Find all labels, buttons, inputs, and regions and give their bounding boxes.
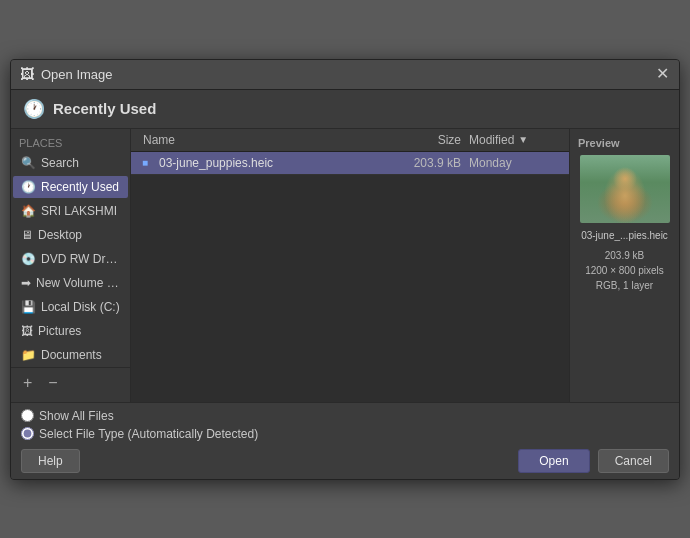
sidebar-item-desktop-label: Desktop <box>38 228 82 242</box>
column-modified-label: Modified <box>469 133 514 147</box>
file-icon: ■ <box>135 157 155 168</box>
action-buttons: Open Cancel <box>518 449 669 473</box>
bottom-area: Show All Files Select File Type (Automat… <box>11 402 679 479</box>
disk-icon: 💾 <box>21 300 36 314</box>
dialog-icon: 🖼 <box>19 66 35 82</box>
sidebar-item-sri-lakshmi[interactable]: 🏠 SRI LAKSHMI <box>13 200 128 222</box>
select-file-type-label[interactable]: Select File Type (Automatically Detected… <box>21 427 258 441</box>
file-list: ■ 03-june_puppies.heic 203.9 kB Monday <box>131 152 569 402</box>
sidebar-item-recently-used[interactable]: 🕐 Recently Used <box>13 176 128 198</box>
sidebar-section-label: Places <box>11 133 130 151</box>
bottom-buttons: Help Open Cancel <box>21 449 669 473</box>
preview-panel: Preview 03-june_...pies.heic 203.9 kB 12… <box>569 129 679 402</box>
pictures-icon: 🖼 <box>21 324 33 338</box>
home-icon: 🏠 <box>21 204 36 218</box>
new-volume-icon: ➡ <box>21 276 31 290</box>
sort-icon: ▼ <box>518 134 528 145</box>
sidebar-item-new-volume-label: New Volume (... <box>36 276 120 290</box>
help-button[interactable]: Help <box>21 449 80 473</box>
desktop-icon: 🖥 <box>21 228 33 242</box>
column-size: Size <box>389 133 469 147</box>
remove-location-button[interactable]: − <box>44 372 61 394</box>
select-file-type-row: Select File Type (Automatically Detected… <box>21 427 669 441</box>
sidebar-item-search-label: Search <box>41 156 79 170</box>
search-icon: 🔍 <box>21 156 36 170</box>
title-bar-left: 🖼 Open Image <box>19 66 113 82</box>
preview-dimensions: 1200 × 800 pixels <box>585 265 664 276</box>
sidebar-item-search[interactable]: 🔍 Search <box>13 152 128 174</box>
preview-color: RGB, 1 layer <box>596 280 653 291</box>
header-bar: 🕐 Recently Used <box>11 90 679 129</box>
recently-used-icon: 🕐 <box>21 180 36 194</box>
sidebar-item-documents-label: Documents <box>41 348 102 362</box>
sidebar-item-sri-lakshmi-label: SRI LAKSHMI <box>41 204 117 218</box>
preview-image <box>580 155 670 223</box>
column-modified[interactable]: Modified ▼ <box>469 133 569 147</box>
dialog-title: Open Image <box>41 67 113 82</box>
open-image-dialog: 🖼 Open Image ✕ 🕐 Recently Used Places 🔍 … <box>10 59 680 480</box>
sidebar-item-desktop[interactable]: 🖥 Desktop <box>13 224 128 246</box>
select-file-type-radio[interactable] <box>21 427 34 440</box>
show-all-files-radio[interactable] <box>21 409 34 422</box>
header-title: Recently Used <box>53 100 156 117</box>
sidebar: Places 🔍 Search 🕐 Recently Used 🏠 SRI LA… <box>11 129 131 402</box>
preview-size: 203.9 kB <box>605 250 644 261</box>
sidebar-item-recently-used-label: Recently Used <box>41 180 119 194</box>
sidebar-item-local-disk[interactable]: 💾 Local Disk (C:) <box>13 296 128 318</box>
preview-title: Preview <box>578 137 620 149</box>
preview-thumbnail <box>580 155 670 223</box>
main-area: Places 🔍 Search 🕐 Recently Used 🏠 SRI LA… <box>11 129 679 402</box>
select-file-type-text: Select File Type (Automatically Detected… <box>39 427 258 441</box>
sidebar-bottom: + − <box>11 367 130 398</box>
folder-icon: 📁 <box>21 348 36 362</box>
file-size: 203.9 kB <box>389 156 469 170</box>
add-location-button[interactable]: + <box>19 372 36 394</box>
sidebar-item-new-volume[interactable]: ➡ New Volume (... <box>13 272 128 294</box>
preview-meta: 203.9 kB 1200 × 800 pixels RGB, 1 layer <box>585 248 664 293</box>
open-button[interactable]: Open <box>518 449 589 473</box>
show-all-files-row: Show All Files <box>21 409 669 423</box>
dvd-icon: 💿 <box>21 252 36 266</box>
file-list-header: Name Size Modified ▼ <box>131 129 569 152</box>
show-all-files-label[interactable]: Show All Files <box>21 409 114 423</box>
sidebar-item-pictures-label: Pictures <box>38 324 81 338</box>
sidebar-item-dvd-rw-label: DVD RW Drive... <box>41 252 120 266</box>
file-name: 03-june_puppies.heic <box>155 156 389 170</box>
file-modified: Monday <box>469 156 569 170</box>
sidebar-item-pictures[interactable]: 🖼 Pictures <box>13 320 128 342</box>
close-button[interactable]: ✕ <box>653 65 671 83</box>
sidebar-item-dvd-rw[interactable]: 💿 DVD RW Drive... <box>13 248 128 270</box>
table-row[interactable]: ■ 03-june_puppies.heic 203.9 kB Monday <box>131 152 569 175</box>
title-bar: 🖼 Open Image ✕ <box>11 60 679 90</box>
file-area: Name Size Modified ▼ ■ 03-june_puppies.h… <box>131 129 569 402</box>
cancel-button[interactable]: Cancel <box>598 449 669 473</box>
preview-filename: 03-june_...pies.heic <box>581 229 668 242</box>
sidebar-item-documents[interactable]: 📁 Documents <box>13 344 128 366</box>
column-name: Name <box>131 133 389 147</box>
sidebar-item-local-disk-label: Local Disk (C:) <box>41 300 120 314</box>
show-all-files-text: Show All Files <box>39 409 114 423</box>
header-icon: 🕐 <box>23 98 45 120</box>
